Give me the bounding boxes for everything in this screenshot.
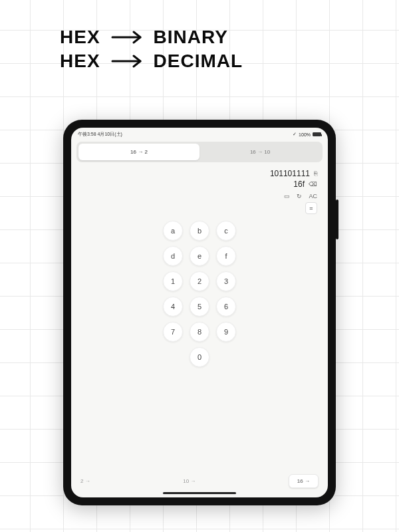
mode-segmented-control: 16 → 2 16 → 10 [76, 142, 323, 162]
result-line: 101101111 ⎘ [82, 169, 317, 178]
keypad-row: 1 2 3 [163, 271, 236, 291]
key-5[interactable]: 5 [190, 297, 209, 317]
status-bar: 午後3:58 4月10日(土) ✓ 100% [71, 128, 328, 140]
headline-from-1: HEX [60, 27, 100, 48]
copy-result-icon[interactable]: ⎘ [314, 170, 317, 177]
headline-line-2: HEX DECIMAL [60, 51, 399, 72]
key-8[interactable]: 8 [190, 322, 209, 342]
keypad: a b c d e f 1 2 3 4 5 6 7 8 9 [71, 218, 328, 367]
key-7[interactable]: 7 [163, 322, 183, 342]
keypad-row: d e f [163, 246, 236, 266]
backspace-icon[interactable]: ⌫ [309, 181, 317, 188]
keypad-row: 4 5 6 [163, 297, 236, 317]
home-indicator [163, 492, 236, 494]
base-16-button[interactable]: 16 → [289, 474, 319, 488]
arrow-right-icon [111, 54, 143, 68]
key-a[interactable]: a [163, 221, 183, 241]
history-icon[interactable]: ↻ [297, 193, 302, 200]
key-e[interactable]: e [190, 246, 209, 266]
key-4[interactable]: 4 [163, 297, 183, 317]
battery-icon [313, 132, 321, 136]
keypad-row: a b c [163, 221, 236, 241]
headline-from-2: HEX [60, 51, 100, 72]
arrow-right-icon [111, 30, 143, 45]
key-b[interactable]: b [190, 221, 209, 241]
key-d[interactable]: d [163, 246, 183, 266]
keypad-row: 7 8 9 [163, 322, 236, 342]
clipboard-icon[interactable]: ▭ [284, 193, 290, 200]
display-area: 101101111 ⎘ 16f ⌫ [71, 162, 328, 192]
equals-row: = [71, 202, 328, 218]
key-c[interactable]: c [216, 221, 236, 241]
base-switcher-bar: 2 → 10 → 16 → [71, 474, 328, 488]
key-0[interactable]: 0 [190, 347, 209, 367]
key-6[interactable]: 6 [216, 297, 236, 317]
app-screen: 午後3:58 4月10日(土) ✓ 100% 16 → 2 16 → 10 10… [71, 128, 328, 497]
battery-pct: 100% [299, 132, 311, 137]
base-10-button[interactable]: 10 → [183, 478, 196, 484]
key-1[interactable]: 1 [163, 271, 183, 291]
tablet-frame: 午後3:58 4月10日(土) ✓ 100% 16 → 2 16 → 10 10… [63, 120, 336, 505]
headline-to-2: DECIMAL [154, 51, 243, 72]
key-3[interactable]: 3 [216, 271, 236, 291]
input-line: 16f ⌫ [82, 180, 317, 189]
keypad-row: 0 [190, 347, 209, 367]
headline-to-1: BINARY [154, 27, 228, 48]
tab-hex-to-decimal[interactable]: 16 → 10 [200, 144, 321, 160]
result-value: 101101111 [270, 169, 310, 178]
wifi-icon: ✓ [293, 132, 297, 137]
key-f[interactable]: f [216, 246, 236, 266]
headline-line-1: HEX BINARY [60, 27, 399, 48]
headline-block: HEX BINARY HEX DECIMAL [0, 0, 399, 72]
all-clear-button[interactable]: AC [309, 193, 317, 200]
key-2[interactable]: 2 [190, 271, 209, 291]
statusbar-right: ✓ 100% [293, 132, 321, 137]
mini-toolbar: ▭ ↻ AC [71, 192, 328, 202]
base-2-button[interactable]: 2 → [80, 478, 90, 484]
statusbar-time: 午後3:58 4月10日(土) [78, 131, 122, 138]
tab-hex-to-binary[interactable]: 16 → 2 [78, 144, 200, 160]
input-value: 16f [293, 180, 305, 189]
equals-button[interactable]: = [305, 202, 317, 214]
key-9[interactable]: 9 [216, 322, 236, 342]
